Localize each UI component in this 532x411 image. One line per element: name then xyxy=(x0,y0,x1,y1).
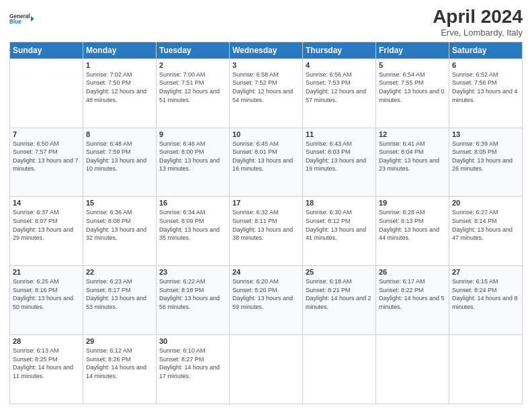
day-info: Sunrise: 6:32 AMSunset: 8:11 PMDaylight:… xyxy=(232,208,300,242)
calendar-cell: 20Sunrise: 6:27 AMSunset: 8:14 PMDayligh… xyxy=(449,197,523,266)
calendar-cell: 23Sunrise: 6:22 AMSunset: 8:18 PMDayligh… xyxy=(157,266,230,335)
calendar-cell: 19Sunrise: 6:28 AMSunset: 8:13 PMDayligh… xyxy=(376,197,449,266)
day-info: Sunrise: 6:34 AMSunset: 8:09 PMDaylight:… xyxy=(159,208,226,242)
page: General Blue April 2024 Erve, Lombardy, … xyxy=(0,0,532,411)
calendar-cell: 26Sunrise: 6:17 AMSunset: 8:22 PMDayligh… xyxy=(376,266,449,335)
day-number: 16 xyxy=(159,199,226,207)
day-info: Sunrise: 6:27 AMSunset: 8:14 PMDaylight:… xyxy=(452,208,519,242)
day-number: 2 xyxy=(159,61,226,69)
title-block: April 2024 Erve, Lombardy, Italy xyxy=(433,7,523,38)
day-number: 18 xyxy=(306,199,373,207)
day-info: Sunrise: 6:18 AMSunset: 8:21 PMDaylight:… xyxy=(306,277,373,311)
day-number: 9 xyxy=(159,130,226,138)
calendar-cell xyxy=(230,335,303,404)
day-info: Sunrise: 6:36 AMSunset: 8:08 PMDaylight:… xyxy=(86,208,153,242)
month-title: April 2024 xyxy=(433,7,523,28)
weekday-saturday: Saturday xyxy=(449,42,523,58)
day-info: Sunrise: 6:45 AMSunset: 8:01 PMDaylight:… xyxy=(232,140,300,173)
calendar-cell: 30Sunrise: 6:10 AMSunset: 8:27 PMDayligh… xyxy=(157,335,230,404)
day-number: 27 xyxy=(452,268,519,276)
day-number: 3 xyxy=(232,61,300,69)
calendar-cell: 3Sunrise: 6:58 AMSunset: 7:52 PMDaylight… xyxy=(230,58,303,128)
day-number: 23 xyxy=(159,268,226,276)
day-number: 24 xyxy=(232,268,300,276)
day-number: 8 xyxy=(86,130,153,138)
calendar-cell: 13Sunrise: 6:39 AMSunset: 8:05 PMDayligh… xyxy=(449,128,523,197)
calendar-cell: 4Sunrise: 6:56 AMSunset: 7:53 PMDaylight… xyxy=(303,58,376,128)
calendar-cell: 7Sunrise: 6:50 AMSunset: 7:57 PMDaylight… xyxy=(10,128,83,197)
day-number: 19 xyxy=(379,199,446,207)
day-info: Sunrise: 6:43 AMSunset: 8:03 PMDaylight:… xyxy=(306,140,373,173)
day-info: Sunrise: 6:46 AMSunset: 8:00 PMDaylight:… xyxy=(159,140,226,173)
day-info: Sunrise: 6:23 AMSunset: 8:17 PMDaylight:… xyxy=(86,277,153,311)
day-info: Sunrise: 6:48 AMSunset: 7:59 PMDaylight:… xyxy=(86,140,153,173)
calendar-cell: 18Sunrise: 6:30 AMSunset: 8:12 PMDayligh… xyxy=(303,197,376,266)
day-info: Sunrise: 6:37 AMSunset: 8:07 PMDaylight:… xyxy=(13,208,80,242)
calendar-cell: 25Sunrise: 6:18 AMSunset: 8:21 PMDayligh… xyxy=(303,266,376,335)
calendar-cell: 1Sunrise: 7:02 AMSunset: 7:50 PMDaylight… xyxy=(83,58,157,128)
calendar-cell: 21Sunrise: 6:25 AMSunset: 8:16 PMDayligh… xyxy=(10,266,83,335)
day-info: Sunrise: 6:56 AMSunset: 7:53 PMDaylight:… xyxy=(306,71,373,104)
day-number: 22 xyxy=(86,268,153,276)
day-number: 11 xyxy=(306,130,373,138)
calendar-table: SundayMondayTuesdayWednesdayThursdayFrid… xyxy=(9,42,523,404)
calendar-cell: 5Sunrise: 6:54 AMSunset: 7:55 PMDaylight… xyxy=(376,58,449,128)
calendar-cell: 27Sunrise: 6:15 AMSunset: 8:24 PMDayligh… xyxy=(449,266,523,335)
day-info: Sunrise: 6:12 AMSunset: 8:26 PMDaylight:… xyxy=(86,347,153,380)
calendar-cell: 24Sunrise: 6:20 AMSunset: 8:20 PMDayligh… xyxy=(230,266,303,335)
day-info: Sunrise: 6:17 AMSunset: 8:22 PMDaylight:… xyxy=(379,277,446,311)
logo-svg: General Blue xyxy=(9,7,34,31)
day-info: Sunrise: 6:28 AMSunset: 8:13 PMDaylight:… xyxy=(379,208,446,242)
day-info: Sunrise: 6:58 AMSunset: 7:52 PMDaylight:… xyxy=(232,71,300,104)
svg-marker-2 xyxy=(31,16,34,21)
day-info: Sunrise: 6:30 AMSunset: 8:12 PMDaylight:… xyxy=(306,208,373,242)
week-row-4: 21Sunrise: 6:25 AMSunset: 8:16 PMDayligh… xyxy=(10,266,523,335)
day-info: Sunrise: 6:13 AMSunset: 8:25 PMDaylight:… xyxy=(13,347,80,380)
calendar-cell: 29Sunrise: 6:12 AMSunset: 8:26 PMDayligh… xyxy=(83,335,157,404)
calendar-cell: 8Sunrise: 6:48 AMSunset: 7:59 PMDaylight… xyxy=(83,128,157,197)
calendar-cell xyxy=(449,335,523,404)
day-number: 14 xyxy=(13,199,80,207)
day-number: 25 xyxy=(306,268,373,276)
day-number: 12 xyxy=(379,130,446,138)
header: General Blue April 2024 Erve, Lombardy, … xyxy=(9,7,523,38)
calendar-cell: 14Sunrise: 6:37 AMSunset: 8:07 PMDayligh… xyxy=(10,197,83,266)
weekday-wednesday: Wednesday xyxy=(230,42,303,58)
weekday-monday: Monday xyxy=(83,42,157,58)
calendar-cell: 28Sunrise: 6:13 AMSunset: 8:25 PMDayligh… xyxy=(10,335,83,404)
calendar-cell: 10Sunrise: 6:45 AMSunset: 8:01 PMDayligh… xyxy=(230,128,303,197)
weekday-sunday: Sunday xyxy=(10,42,83,58)
day-number: 20 xyxy=(452,199,519,207)
calendar-cell: 12Sunrise: 6:41 AMSunset: 8:04 PMDayligh… xyxy=(376,128,449,197)
week-row-2: 7Sunrise: 6:50 AMSunset: 7:57 PMDaylight… xyxy=(10,128,523,197)
day-info: Sunrise: 7:02 AMSunset: 7:50 PMDaylight:… xyxy=(86,71,153,104)
svg-text:Blue: Blue xyxy=(9,19,21,25)
day-info: Sunrise: 6:52 AMSunset: 7:56 PMDaylight:… xyxy=(452,71,519,104)
calendar-cell xyxy=(303,335,376,404)
calendar-cell: 11Sunrise: 6:43 AMSunset: 8:03 PMDayligh… xyxy=(303,128,376,197)
logo: General Blue xyxy=(9,7,34,31)
day-info: Sunrise: 6:15 AMSunset: 8:24 PMDaylight:… xyxy=(452,277,519,311)
day-info: Sunrise: 6:41 AMSunset: 8:04 PMDaylight:… xyxy=(379,140,446,173)
svg-text:General: General xyxy=(9,13,30,19)
day-number: 21 xyxy=(13,268,80,276)
day-info: Sunrise: 6:54 AMSunset: 7:55 PMDaylight:… xyxy=(379,71,446,104)
calendar-cell: 6Sunrise: 6:52 AMSunset: 7:56 PMDaylight… xyxy=(449,58,523,128)
week-row-3: 14Sunrise: 6:37 AMSunset: 8:07 PMDayligh… xyxy=(10,197,523,266)
day-number: 17 xyxy=(232,199,300,207)
day-number: 10 xyxy=(232,130,300,138)
weekday-thursday: Thursday xyxy=(303,42,376,58)
weekday-header-row: SundayMondayTuesdayWednesdayThursdayFrid… xyxy=(10,42,523,58)
day-number: 6 xyxy=(452,61,519,69)
location-subtitle: Erve, Lombardy, Italy xyxy=(433,28,523,38)
day-number: 15 xyxy=(86,199,153,207)
day-number: 30 xyxy=(159,337,226,345)
day-number: 5 xyxy=(379,61,446,69)
day-number: 28 xyxy=(13,337,80,345)
calendar-cell: 16Sunrise: 6:34 AMSunset: 8:09 PMDayligh… xyxy=(157,197,230,266)
day-number: 13 xyxy=(452,130,519,138)
calendar-cell: 22Sunrise: 6:23 AMSunset: 8:17 PMDayligh… xyxy=(83,266,157,335)
day-info: Sunrise: 6:20 AMSunset: 8:20 PMDaylight:… xyxy=(232,277,300,311)
week-row-1: 1Sunrise: 7:02 AMSunset: 7:50 PMDaylight… xyxy=(10,58,523,128)
day-number: 7 xyxy=(13,130,80,138)
